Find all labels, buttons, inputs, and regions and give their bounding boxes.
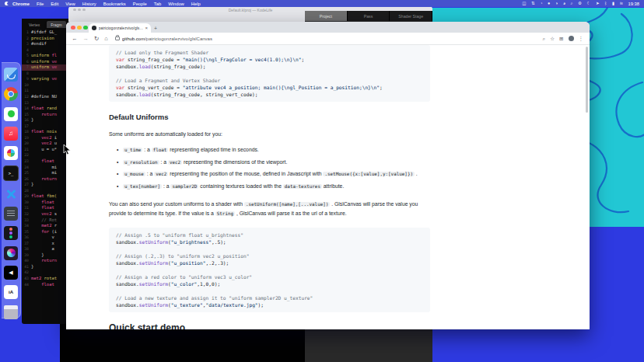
contrast-icon[interactable]: ◑ — [555, 0, 558, 7]
menu-item-bookmarks[interactable]: Bookmarks — [103, 2, 126, 6]
traffic-light-close[interactable] — [71, 26, 75, 30]
wifi-icon[interactable]: ≋ — [619, 0, 623, 7]
scrollbar[interactable] — [586, 47, 588, 113]
tab-close-icon[interactable]: × — [145, 26, 148, 30]
inline-code: float — [152, 148, 169, 152]
traffic-light-zoom[interactable] — [83, 26, 88, 30]
uniform-list-item: u_tex[number] : a sampler2D containing t… — [117, 182, 430, 191]
github-favicon — [92, 26, 96, 30]
menu-item-window[interactable]: Window — [168, 2, 184, 6]
text-segment: representing the dimensions of the viewp… — [182, 159, 287, 165]
dock: ♫>_◀iA — [2, 62, 21, 318]
trash-icon[interactable] — [4, 305, 18, 319]
code-line: // Load a Fragment and Vertex Shader — [116, 77, 423, 84]
inline-code: data-textures — [283, 184, 322, 189]
kap-icon[interactable]: ◀ — [4, 266, 18, 280]
editor-tab-bar: Vertex Fragm — [22, 20, 66, 29]
timer-icon[interactable]: ◔ — [540, 0, 542, 7]
tab-fragment[interactable]: Fragm — [47, 21, 65, 28]
code-line: sandbox.setUniform("u_brightness",.5); — [116, 238, 423, 245]
text-segment: containing textures loaded with the — [198, 183, 282, 189]
notes-app-icon[interactable] — [4, 207, 18, 221]
green-app-icon[interactable] — [4, 107, 18, 121]
extensions-icon[interactable]: ⊞ — [559, 36, 563, 42]
menu-item-edit[interactable]: Edit — [51, 2, 58, 6]
menu-item-tab[interactable]: Tab — [154, 2, 161, 6]
spotlight-icon[interactable]: ⌕ — [570, 0, 572, 7]
music-icon[interactable]: ♫ — [4, 127, 18, 141]
code-block: // Load only the Fragment Shadervar stri… — [109, 45, 430, 102]
pie-icon[interactable]: ◕ — [563, 0, 565, 7]
text-segment: You can also send your custom uniforms t… — [109, 201, 244, 207]
location-icon[interactable]: ➤ — [596, 0, 600, 7]
browser-toolbar: ← → ↻ ⌂ github.com/patriciogonzalezvivo/… — [66, 33, 590, 45]
code-line — [116, 287, 423, 294]
inline-code: u_resolution — [123, 160, 159, 165]
slack-icon[interactable] — [4, 146, 18, 160]
bookmark-star-icon[interactable]: ☆ — [550, 36, 555, 42]
terminal-icon[interactable]: >_ — [3, 165, 19, 181]
moon-icon[interactable]: ☾ — [586, 0, 590, 7]
bluetooth-icon[interactable]: ᛒ — [604, 0, 607, 7]
text-segment: : a — [162, 183, 170, 189]
media-app-icon[interactable] — [4, 246, 18, 260]
menubar-status-area: ◫⇅◔●◑◕⌕⚙☾➤ᛒ▮≋19:38 — [522, 0, 644, 7]
url-host: github.com — [122, 37, 145, 41]
inline-code: .setMouse({x:[value],y:[value]}) — [323, 172, 415, 176]
menu-item-help[interactable]: Help — [191, 2, 201, 6]
apple-menu-icon[interactable] — [5, 2, 9, 5]
address-bar[interactable]: github.com/patriciogonzalezvivo/glslCanv… — [122, 37, 543, 41]
menu-item-people[interactable]: People — [133, 2, 147, 6]
menubar-clock[interactable]: 19:38 — [628, 2, 639, 6]
menu-item-view[interactable]: View — [65, 2, 75, 6]
code-line: sandbox.setUniform("u_texture","data/tex… — [116, 301, 423, 308]
traffic-light-minimize[interactable] — [77, 26, 82, 30]
record-icon[interactable]: ● — [548, 0, 550, 7]
panel-tab-shader-stage[interactable]: Shader Stage — [390, 11, 432, 21]
browser-tab[interactable]: patriciogonzalezvivo/glslCan × — [89, 23, 151, 33]
section-heading: Quick start demo — [109, 322, 430, 330]
tab-vertex[interactable]: Vertex — [25, 21, 44, 28]
profile-avatar[interactable] — [569, 36, 574, 41]
panel-tab-project[interactable]: Project — [305, 11, 348, 21]
text-segment: . — [415, 171, 418, 176]
zoom-icon[interactable]: ⌕ — [543, 36, 546, 42]
lock-icon — [115, 37, 120, 41]
display-icon[interactable]: ◫ — [522, 0, 526, 7]
code-line: // Load a new texture and assign it to "… — [116, 294, 423, 301]
reload-icon[interactable]: ↻ — [94, 35, 99, 42]
menu-item-file[interactable]: File — [37, 2, 44, 6]
ia-writer-icon[interactable]: iA — [4, 285, 18, 299]
menu-item-chrome[interactable]: Chrome — [12, 2, 30, 6]
code-line: sandbox.load(string_frag_code, string_ve… — [116, 91, 423, 98]
panel-tab-bar: ProjectPassShader Stage — [305, 11, 432, 21]
menu-item-history[interactable]: History — [82, 2, 96, 6]
inline-code: .setUniform([name],[...value]) — [244, 202, 330, 207]
finder-icon[interactable] — [4, 68, 18, 82]
sync-icon[interactable]: ⇅ — [531, 0, 535, 7]
panel-tab-pass[interactable]: Pass — [348, 11, 390, 21]
vscode-icon[interactable] — [4, 187, 18, 201]
code-line: // Assign .5 to "uniform float u_brightn… — [116, 231, 423, 238]
menu-kebab-icon[interactable]: ⋮ — [579, 36, 584, 42]
back-icon[interactable]: ← — [72, 35, 78, 42]
battery-icon[interactable]: ▮ — [612, 0, 614, 7]
new-tab-button[interactable]: + — [154, 25, 157, 32]
settings-icon[interactable]: ⚙ — [578, 0, 582, 7]
inline-code: u_tex[number] — [123, 184, 162, 189]
section-heading: Default Uniforms — [109, 113, 430, 121]
toolbar-actions: ⌕☆⊞⋮ — [543, 36, 590, 42]
text-segment: representing the position of the mouse, … — [168, 171, 323, 176]
browser-window: patriciogonzalezvivo/glslCan × + ← → ↻ ⌂… — [66, 22, 590, 329]
forward-icon[interactable]: → — [83, 35, 89, 42]
inline-code: vec2 — [154, 172, 168, 176]
code-line: var string_vert_code = "attribute vec4 a… — [116, 84, 423, 91]
code-line: var string_frag_code = "main(){\ngl_Frag… — [116, 56, 423, 63]
url-path: /patriciogonzalezvivo/glslCanvas — [145, 37, 212, 41]
custom-uniforms-paragraph: You can also send your custom uniforms t… — [109, 200, 430, 218]
chrome-icon[interactable] — [4, 87, 18, 101]
browser-tabstrip: patriciogonzalezvivo/glslCan × + — [66, 22, 590, 33]
figma-icon[interactable] — [4, 226, 18, 240]
code-line: sandbox.setUniform("u_position",.2,.3); — [116, 259, 423, 266]
home-icon[interactable]: ⌂ — [104, 35, 108, 42]
